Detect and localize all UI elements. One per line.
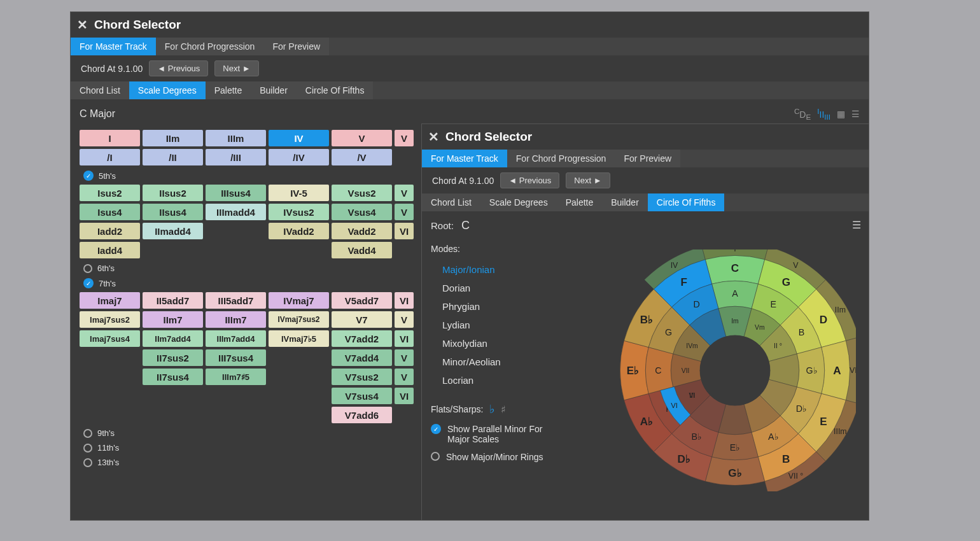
chord-V[interactable]: V bbox=[332, 130, 392, 146]
flat-toggle[interactable]: ♭ bbox=[489, 402, 494, 416]
svg-text:A: A bbox=[833, 365, 841, 377]
chord[interactable]: IIIm7 bbox=[206, 311, 266, 328]
chord[interactable]: IImadd4 bbox=[143, 223, 203, 239]
subtab-circle-fifths[interactable]: Circle Of Fifths bbox=[297, 81, 374, 99]
subtab-circle-fifths[interactable]: Circle Of Fifths bbox=[648, 193, 725, 211]
next-button[interactable]: Next ► bbox=[214, 60, 258, 76]
chord[interactable]: V7 bbox=[332, 311, 392, 328]
chord[interactable]: Iadd2 bbox=[80, 223, 140, 239]
chord[interactable]: Vsus4 bbox=[332, 204, 392, 220]
chord[interactable]: Vadd2 bbox=[332, 223, 392, 239]
chord[interactable]: IVsus2 bbox=[269, 204, 329, 220]
tab-chord-progression[interactable]: For Chord Progression bbox=[507, 150, 615, 167]
tab-master-track[interactable]: For Master Track bbox=[422, 150, 507, 167]
circle-of-fifths[interactable]: CAGEDBAG♭ED♭BA♭G♭E♭D♭B♭A♭FE♭CB♭GFDIVIImV… bbox=[614, 249, 856, 491]
chord[interactable]: IIm7add4 bbox=[143, 330, 203, 347]
chord[interactable]: IIIsus4 bbox=[206, 185, 266, 201]
chord[interactable]: IVmaj7sus2 bbox=[269, 311, 329, 328]
svg-text:E: E bbox=[820, 416, 827, 428]
chord[interactable]: III5add7 bbox=[206, 292, 266, 309]
chord[interactable]: IVadd2 bbox=[269, 223, 329, 239]
chord-position: Chord At 9.1.00 bbox=[81, 64, 143, 74]
chord[interactable]: IV-5 bbox=[269, 185, 329, 201]
chord-V-cut[interactable]: V bbox=[395, 130, 414, 146]
chord-slash-II[interactable]: /II bbox=[143, 149, 203, 165]
view-cde-icon[interactable]: CDE bbox=[794, 107, 811, 121]
prev-button[interactable]: ◄ Previous bbox=[149, 60, 208, 76]
chord[interactable]: IIsus2 bbox=[143, 185, 203, 201]
root-value[interactable]: C bbox=[461, 219, 470, 232]
prev-button[interactable]: ◄ Previous bbox=[500, 172, 559, 188]
subtab-chord-list[interactable]: Chord List bbox=[71, 81, 129, 99]
chord[interactable]: V bbox=[395, 369, 414, 385]
chord[interactable]: VI bbox=[395, 292, 414, 309]
view-menu-icon[interactable]: ☰ bbox=[851, 109, 860, 119]
chord[interactable]: VI bbox=[395, 223, 414, 239]
svg-text:D♭: D♭ bbox=[796, 404, 807, 414]
chord[interactable]: Imaj7sus4 bbox=[80, 330, 140, 347]
chord-IIm[interactable]: IIm bbox=[143, 130, 203, 146]
chord[interactable]: IIm7 bbox=[143, 311, 203, 328]
subtab-builder[interactable]: Builder bbox=[251, 81, 297, 99]
subtab-scale-degrees[interactable]: Scale Degrees bbox=[480, 193, 557, 211]
subtab-scale-degrees[interactable]: Scale Degrees bbox=[129, 81, 206, 99]
chord[interactable]: VI bbox=[395, 330, 414, 347]
chord[interactable]: Imaj7sus2 bbox=[80, 311, 140, 328]
chord[interactable]: IIImadd4 bbox=[206, 204, 266, 220]
chord[interactable]: Vadd4 bbox=[332, 242, 392, 258]
chord[interactable]: Imaj7 bbox=[80, 292, 140, 309]
chord[interactable]: V bbox=[395, 204, 414, 220]
chord-slash-I[interactable]: /I bbox=[80, 149, 140, 165]
subtab-chord-list[interactable]: Chord List bbox=[422, 193, 480, 211]
subtab-builder[interactable]: Builder bbox=[602, 193, 648, 211]
chord[interactable]: Vsus2 bbox=[332, 185, 392, 201]
chord[interactable]: V7add2 bbox=[332, 330, 392, 347]
view-roman-icon[interactable]: IIIIII bbox=[817, 107, 830, 121]
chord[interactable]: IIsus4 bbox=[143, 204, 203, 220]
chord-nav: Chord At 9.1.00 ◄ Previous Next ► bbox=[71, 55, 869, 81]
tab-chord-progression[interactable]: For Chord Progression bbox=[156, 38, 264, 55]
next-button[interactable]: Next ► bbox=[566, 172, 610, 188]
chord[interactable]: IIIm7♯5 bbox=[206, 369, 266, 385]
chord[interactable]: V bbox=[395, 311, 414, 328]
chord-I[interactable]: I bbox=[80, 130, 140, 146]
chord-slash-V[interactable]: /V bbox=[332, 149, 392, 165]
svg-text:VII: VII bbox=[682, 367, 690, 374]
close-icon[interactable]: ✕ bbox=[428, 129, 439, 144]
chord[interactable]: V7add4 bbox=[332, 349, 392, 366]
chord[interactable]: IIIm7add4 bbox=[206, 330, 266, 347]
chord[interactable]: IVmaj7 bbox=[269, 292, 329, 309]
subtab-palette[interactable]: Palette bbox=[206, 81, 251, 99]
chord-slash-IV[interactable]: /IV bbox=[269, 149, 329, 165]
chord[interactable]: V bbox=[395, 185, 414, 201]
chord[interactable]: V7sus2 bbox=[332, 369, 392, 385]
subtab-palette[interactable]: Palette bbox=[557, 193, 603, 211]
flats-sharps-label: Flats/Sharps: bbox=[431, 404, 483, 414]
menu-icon[interactable]: ☰ bbox=[852, 219, 861, 231]
tab-preview[interactable]: For Preview bbox=[615, 150, 680, 167]
sharp-toggle[interactable]: ♯ bbox=[501, 404, 506, 416]
chord[interactable]: V7add6 bbox=[332, 407, 392, 423]
tab-preview[interactable]: For Preview bbox=[263, 38, 329, 55]
chord[interactable]: II5add7 bbox=[143, 292, 203, 309]
chord-slash-III[interactable]: /III bbox=[206, 149, 266, 165]
chord[interactable]: V7sus4 bbox=[332, 388, 392, 404]
chord-IV[interactable]: IV bbox=[269, 130, 329, 146]
svg-text:B: B bbox=[799, 327, 805, 337]
radio-icon bbox=[83, 429, 92, 438]
chord[interactable]: II7sus2 bbox=[143, 349, 203, 366]
tab-master-track[interactable]: For Master Track bbox=[71, 38, 156, 55]
view-grid-icon[interactable]: ▦ bbox=[837, 109, 845, 119]
chord[interactable]: V bbox=[395, 349, 414, 366]
chord[interactable]: Isus4 bbox=[80, 204, 140, 220]
svg-text:Vm: Vm bbox=[755, 324, 765, 331]
chord[interactable]: VI bbox=[395, 388, 414, 404]
chord[interactable]: V5add7 bbox=[332, 292, 392, 309]
chord[interactable]: III7sus4 bbox=[206, 349, 266, 366]
chord[interactable]: II7sus4 bbox=[143, 369, 203, 385]
chord[interactable]: IVmaj7♭5 bbox=[269, 330, 329, 347]
chord[interactable]: Iadd4 bbox=[80, 242, 140, 258]
close-icon[interactable]: ✕ bbox=[77, 17, 88, 32]
chord-IIIm[interactable]: IIIm bbox=[206, 130, 266, 146]
chord[interactable]: Isus2 bbox=[80, 185, 140, 201]
